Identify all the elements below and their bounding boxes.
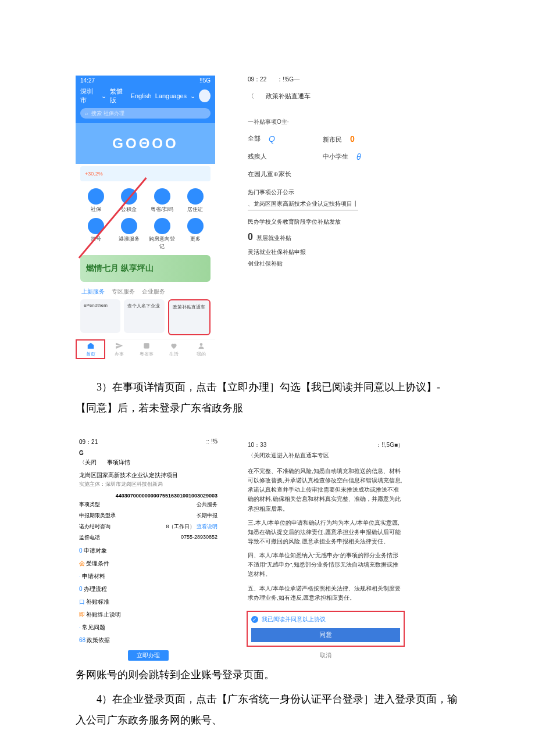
close-button[interactable]: 〈关闭 [79, 458, 97, 467]
grid-label: 粤省/扫码 [147, 206, 177, 213]
promo-strip[interactable]: +30.2% [80, 166, 211, 181]
app-icon [142, 342, 151, 350]
section-icon: 0 [79, 547, 83, 554]
section-label: 补贴标准 [86, 599, 109, 605]
page-title: 政策补贴直通车 [266, 92, 311, 101]
user-icon [197, 342, 205, 350]
section-item[interactable]: 即补贴终止说明 [76, 607, 221, 620]
service-card[interactable]: ePendthem [80, 299, 120, 333]
body-paragraph-4: 4）在企业登录页面，点击【广东省统一身份认证平台登录］进入登录页面，输入公司广东… [76, 689, 459, 730]
service-icon [88, 188, 104, 205]
section-icon: 68 [79, 637, 85, 643]
list-item[interactable]: 、龙岗区国家高新技术企业认定扶持项目┃ [248, 198, 358, 210]
category-label: 中小学生 [323, 153, 348, 160]
hero-banner[interactable]: GOΘOO [76, 123, 215, 164]
category-icon: θ [356, 152, 361, 162]
kv-row: 监督电话0755-28930852 [76, 532, 221, 543]
section-item[interactable]: ·常见问题 [76, 620, 221, 633]
avatar[interactable] [199, 89, 211, 102]
apply-now-button[interactable]: 立即办理 [128, 650, 169, 661]
category-item[interactable]: 中小学生θ [323, 152, 398, 162]
kv-value: 长期申报 [197, 512, 217, 519]
section-icon: · [79, 573, 81, 579]
section-label: 常见问题 [82, 624, 105, 630]
tab[interactable]: 企业服务 [142, 288, 165, 296]
city-selector[interactable]: 深圳市 [80, 87, 98, 105]
section-label: 政策依据 [87, 637, 110, 643]
section-icon: 0 [79, 586, 83, 592]
section-item[interactable]: ·申请材料 [76, 569, 221, 582]
tab[interactable]: 上新服务 [81, 288, 105, 296]
service-grid: 社保 公积金 粤省/扫码 居住证 挂号 港澳服务 购房意向登记 更多 [76, 184, 215, 253]
lang-tab[interactable]: English [131, 92, 152, 99]
section-item[interactable]: 口补贴标准 [76, 594, 221, 607]
status-extra: G [76, 449, 221, 457]
agree-button[interactable]: 同意 [251, 628, 400, 642]
hot-list: 热门事项公开公示 、龙岗区国家高新技术企业认定扶持项目┃ 民办学校义务教育阶段学… [244, 184, 401, 272]
cancel-button[interactable]: 取消 [244, 647, 407, 661]
svg-rect-0 [144, 343, 149, 348]
agree-checkbox[interactable]: ✓ 我已阅读并同意以上协议 [251, 615, 400, 624]
bottom-nav: 首页 办事 粤省事 生活 我的 [76, 339, 215, 359]
nav-item[interactable]: 粤省事 [133, 339, 160, 359]
category-item[interactable]: 全部Q [248, 134, 323, 144]
grid-item[interactable]: 购房意向登记 [147, 218, 177, 250]
nav-item-home[interactable]: 首页 [76, 339, 105, 359]
category-item[interactable]: 残疾人 [248, 152, 323, 162]
section-icon: · [79, 624, 81, 630]
grid-item[interactable]: 粤省/扫码 [147, 188, 177, 213]
kv-link[interactable]: 查看说明 [197, 524, 217, 529]
nav-label: 首页 [86, 351, 95, 357]
grid-label: 居住证 [180, 206, 211, 213]
category-item[interactable]: 在园儿童⊕家长 [248, 170, 323, 178]
section-item[interactable]: 0申请对象 [76, 543, 221, 556]
grid-label: 挂号 [80, 235, 111, 243]
status-bar: 10：33 ：!!,5G■） [244, 440, 407, 450]
promo-value: +30.2% [85, 171, 103, 177]
screenshot-subsidy-channel: 09：22 ：!!5G— 〈 政策补贴直通车 一补贴事项O主· 全部Q 新市民0… [244, 76, 401, 359]
nav-label: 粤省事 [140, 351, 154, 357]
grid-label: 更多 [180, 235, 211, 243]
section-item[interactable]: 68政策依据 [76, 633, 221, 646]
page-header: 〈 政策补贴直通车 [244, 88, 401, 104]
service-card[interactable]: 查个人名下企业 [124, 299, 164, 333]
grid-item[interactable]: 更多 [180, 218, 211, 250]
search-input[interactable]: ⌕ 搜索 社保办理 [80, 108, 211, 119]
document-page: 14:27 !!5G 深圳市 ⌄ 繁體版 English Languages ⌄… [0, 0, 535, 756]
section-label: 补贴终止说明 [86, 611, 121, 618]
back-icon[interactable]: 〈 [248, 92, 254, 101]
list-item[interactable]: 创业社保补贴 [248, 258, 398, 270]
svg-point-1 [200, 343, 203, 346]
nav-item[interactable]: 我的 [188, 339, 215, 359]
item-host: 实施主体：深圳市龙岗区科技创新局 [76, 481, 221, 493]
category-item[interactable]: 新市民0 [323, 134, 398, 144]
item-code: 44030700000000075516301001003029003 [76, 493, 221, 499]
service-card-highlight[interactable]: 政策补贴直通车 [168, 299, 211, 335]
list-item[interactable]: 灵活就业社保补贴申报 [248, 246, 398, 258]
nav-label: 办事 [115, 351, 124, 357]
grid-label: 公积金 [113, 206, 144, 213]
tab[interactable]: 专区服务 [112, 288, 135, 296]
figure-row-1: 14:27 !!5G 深圳市 ⌄ 繁體版 English Languages ⌄… [76, 76, 459, 359]
figure-row-2: 09：21 :: !!5 G 〈关闭 事项详情 龙岗区国家高新技术企业认定扶持项… [76, 436, 459, 661]
lang-tab[interactable]: Languages [155, 92, 187, 99]
section-item[interactable]: 会受理条件 [76, 556, 221, 569]
service-icon [187, 218, 204, 234]
nav-item[interactable]: 生活 [160, 339, 188, 359]
status-time: 09：22 [248, 76, 266, 84]
body-paragraph-3b: 务网账号的则会跳转到企业账号登录页面。 [76, 664, 459, 685]
grid-item[interactable]: 港澳服务 [113, 218, 144, 250]
grid-item[interactable]: 挂号 [80, 218, 111, 250]
list-item[interactable]: 0基层就业补贴 [248, 228, 398, 246]
list-item[interactable]: 民办学校义务教育阶段学位补贴发放 [248, 216, 398, 228]
lang-tab[interactable]: 繁體版 [110, 87, 127, 105]
promo-banner[interactable]: 燃情七月 纵享坪山 [80, 255, 211, 282]
grid-item[interactable]: 公积金 [113, 188, 144, 213]
search-placeholder: 搜索 社保办理 [91, 110, 124, 117]
nav-item[interactable]: 办事 [105, 339, 133, 359]
status-network: !!5G [199, 77, 211, 84]
grid-item[interactable]: 社保 [80, 188, 111, 213]
service-icon [121, 188, 137, 205]
section-item[interactable]: 0办理流程 [76, 582, 221, 594]
grid-item[interactable]: 居住证 [180, 188, 211, 213]
